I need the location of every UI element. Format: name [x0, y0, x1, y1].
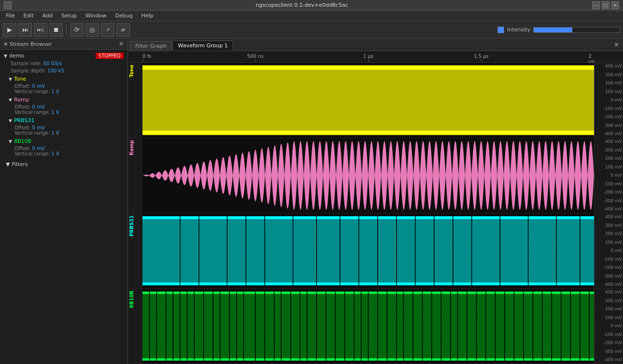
ramp-scale-200: 200 mV	[595, 156, 622, 161]
prbs31-offset: Offset: 0 mV	[14, 125, 124, 130]
svg-rect-6	[142, 216, 594, 285]
ramp-scale: 400 mV 300 mV 200 mV 100 mV 0 mV -100 mV…	[594, 138, 623, 213]
channel-row-ramp: Ramp 400 mV 300 mV	[128, 138, 623, 213]
channel-prbs31-header[interactable]: ▼ PRBS31	[7, 117, 126, 124]
swap-button[interactable]: ⇄	[116, 23, 130, 37]
channel-ramp: ▼ Ramp Offset: 0 mV Vertical range: 1 V	[7, 96, 126, 116]
intensity-fill	[534, 28, 572, 32]
prbs31-scale-0: 0 mV	[595, 248, 622, 253]
ramp-vrange: Vertical range: 1 V	[14, 110, 124, 115]
8b10b-scale: 400 mV 300 mV 200 mV 100 mV 0 mV -100 mV…	[594, 289, 623, 364]
demo-status: STOPPED	[96, 53, 124, 59]
ruler-500ns: 500 ns	[247, 54, 264, 59]
titlebar-title: ngscopeclient 0.1-dev+e0dd8c5ac	[12, 2, 592, 8]
waveform-area: Filter Graph Waveform Group 1 ✕ 0 fs 500…	[128, 39, 623, 364]
channel-row-tone: Tone	[128, 63, 623, 138]
prbs31-scale-200: 200 mV	[595, 231, 622, 237]
ruler-0fs: 0 fs	[142, 54, 151, 59]
tone-offset: Offset: 0 mV	[14, 84, 124, 89]
channels-container: Tone	[128, 63, 623, 364]
filters-header[interactable]: ▼ Filters	[4, 160, 124, 168]
step-end-button[interactable]: ⏭|	[34, 23, 47, 37]
tone-waveform[interactable]	[142, 63, 594, 138]
8b10b-scale-200: 200 mV	[595, 307, 622, 312]
8b10b-scale-300: 300 mV	[595, 298, 622, 304]
menu-window[interactable]: Window	[82, 12, 110, 20]
svg-rect-8	[142, 282, 594, 285]
stream-browser-close[interactable]: ✕	[119, 41, 124, 47]
ramp-offset: Offset: 0 mV	[14, 104, 124, 110]
stop-button[interactable]: ⏹	[49, 23, 63, 37]
prbs31-scale-400: 400 mV	[595, 214, 622, 220]
8b10b-waveform[interactable]	[142, 289, 594, 364]
time-ruler: 0 fs 500 ns 1 µs 1.5 µs 2 µs	[142, 51, 594, 63]
prbs31-label-col: PRBS31	[128, 213, 142, 288]
tab-waveform-group-1[interactable]: Waveform Group 1	[172, 41, 233, 51]
tick-50	[368, 59, 369, 62]
export-button[interactable]: ↗	[101, 23, 114, 37]
demo-group-header[interactable]: ▼ demo STOPPED	[2, 52, 126, 60]
menu-setup[interactable]: Setup	[57, 12, 81, 20]
titlebar-icon	[4, 1, 12, 9]
menu-debug[interactable]: Debug	[111, 12, 136, 20]
8b10b-channel-label: 8B10B	[129, 291, 134, 308]
8b10b-offset: Offset: 0 mV	[14, 146, 124, 151]
refresh-button[interactable]: ⟳	[70, 23, 84, 37]
prbs31-params: Offset: 0 mV Vertical range: 1 V	[7, 124, 126, 137]
channel-tone-header[interactable]: ▼ Tone	[7, 75, 126, 83]
prbs31-waveform[interactable]	[142, 213, 594, 288]
prbs31-arrow: ▼	[9, 118, 12, 123]
channel-row-prbs31: PRBS31	[128, 213, 623, 289]
tick-0	[142, 59, 143, 62]
maximize-button[interactable]: □	[602, 1, 609, 9]
menu-edit[interactable]: Edit	[19, 12, 37, 20]
tab-filter-graph[interactable]: Filter Graph	[130, 41, 171, 51]
waveform-close[interactable]: ✕	[612, 41, 621, 48]
close-button[interactable]: ✕	[611, 1, 619, 9]
ramp-label-col: Ramp	[128, 138, 142, 213]
8b10b-scale-0: 0 mV	[595, 323, 622, 329]
8b10b-arrow: ▼	[9, 139, 12, 144]
ruler-1-5us: 1.5 µs	[474, 54, 489, 59]
tone-params: Offset: 0 mV Vertical range: 1 V	[7, 83, 126, 95]
sample-rate-link[interactable]: 50 GS/s	[43, 61, 62, 66]
8b10b-label: 8B10B	[14, 138, 31, 144]
prbs31-scale-n200: -200 mV	[595, 265, 622, 270]
8b10b-scale-n200: -200 mV	[595, 340, 622, 346]
prbs31-scale-300: 300 mV	[595, 223, 622, 228]
prbs31-scale-n300: -300 mV	[595, 274, 622, 279]
menu-file[interactable]: File	[2, 12, 18, 20]
channel-tone: ▼ Tone Offset: 0 mV Vertical range: 1 V	[7, 75, 126, 95]
target-button[interactable]: ◎	[85, 23, 99, 37]
menu-add[interactable]: Add	[39, 12, 57, 20]
collapse-arrow[interactable]: ▼	[4, 42, 8, 47]
titlebar: ngscopeclient 0.1-dev+e0dd8c5ac — □ ✕	[0, 0, 623, 11]
menubar: File Edit Add Setup Window Debug Help	[0, 11, 623, 21]
svg-rect-2	[142, 131, 594, 135]
intensity-slider[interactable]	[533, 27, 620, 33]
ramp-params: Offset: 0 mV Vertical range: 1 V	[7, 103, 126, 116]
tone-svg	[142, 63, 594, 138]
tick-100	[594, 59, 595, 62]
channel-ramp-header[interactable]: ▼ Ramp	[7, 96, 126, 103]
time-ruler-row: 0 fs 500 ns 1 µs 1.5 µs 2 µs	[128, 51, 623, 63]
play-button[interactable]: ▶	[3, 23, 16, 37]
sample-depth-link[interactable]: 100 kS	[47, 68, 64, 73]
tick-75	[481, 59, 481, 62]
step-button[interactable]: ⏭	[18, 23, 32, 37]
ramp-waveform[interactable]	[142, 138, 594, 213]
ruler-spacer	[128, 51, 142, 62]
prbs31-vrange: Vertical range: 1 V	[14, 130, 124, 136]
intensity-icon	[497, 27, 504, 33]
minimize-button[interactable]: —	[592, 1, 600, 9]
tone-scale-n400: -400 mV	[595, 131, 622, 137]
menu-help[interactable]: Help	[138, 12, 157, 20]
svg-rect-0	[142, 66, 594, 135]
demo-sample-rate: Sample rate: 50 GS/s	[2, 60, 126, 67]
ramp-arrow: ▼	[9, 98, 12, 102]
tone-vrange: Vertical range: 1 V	[14, 89, 124, 94]
ramp-scale-400: 400 mV	[595, 139, 622, 144]
8b10b-params: Offset: 0 mV Vertical range: 1 V	[7, 145, 126, 157]
channel-8b10b-header[interactable]: ▼ 8B10B	[7, 138, 126, 145]
tone-scale-n100: -100 mV	[595, 106, 622, 112]
